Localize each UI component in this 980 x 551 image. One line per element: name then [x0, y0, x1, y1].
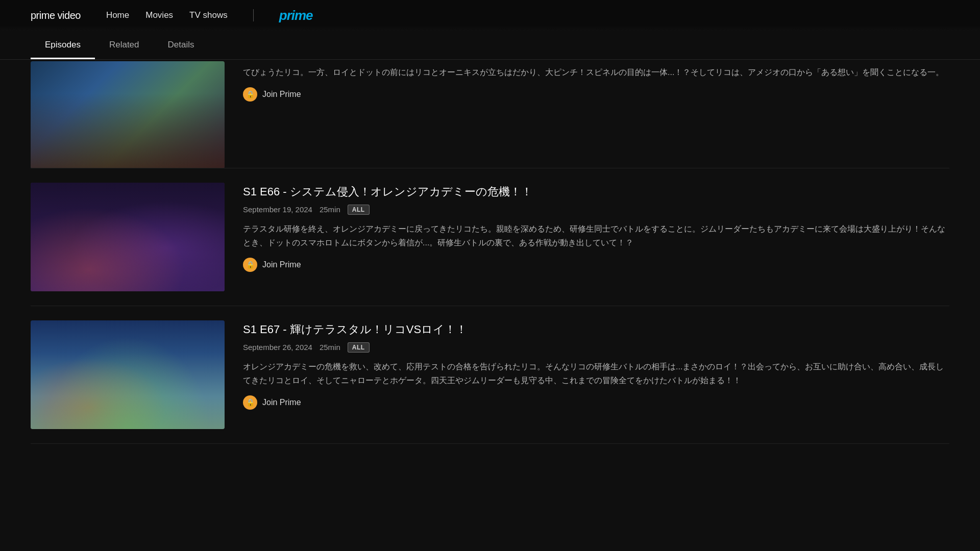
episode-info-e67: S1 E67 - 輝けテラスタル！リコVSロイ！！ September 26, … [243, 320, 949, 410]
episode-description-partial: てびょうたリコ。一方、ロイとドットの前にはリコとオーニキスが立ちはだかり、大ピン… [243, 65, 949, 79]
nav-tv-shows[interactable]: TV shows [189, 10, 228, 20]
tab-related[interactable]: Related [95, 31, 154, 59]
prime-logo: prime [279, 8, 313, 23]
episode-item-e66: S1 E66 - システム侵入！オレンジアカデミーの危機！！ September… [31, 168, 949, 306]
content-area: てびょうたリコ。一方、ロイとドットの前にはリコとオーニキスが立ちはだかり、大ピン… [0, 0, 980, 474]
episode-duration-e66: 25min [320, 205, 340, 214]
header: prime video Home Movies TV shows prime [0, 0, 980, 31]
episode-meta-e66: September 19, 2024 25min ALL [243, 205, 949, 215]
join-prime-row-partial: 🔒 Join Prime [243, 87, 949, 102]
tab-details[interactable]: Details [154, 31, 209, 59]
episode-list: てびょうたリコ。一方、ロイとドットの前にはリコとオーニキスが立ちはだかり、大ピン… [31, 61, 949, 444]
episode-description-e67: オレンジアカデミーの危機を救い、改めて、応用テストの合格を告げられたリコ。そんな… [243, 360, 949, 387]
episode-thumbnail-e66[interactable] [31, 183, 225, 291]
rating-badge-e66: ALL [348, 205, 370, 215]
nav-home[interactable]: Home [106, 10, 129, 20]
episode-item-partial: てびょうたリコ。一方、ロイとドットの前にはリコとオーニキスが立ちはだかり、大ピン… [31, 61, 949, 168]
episode-thumbnail-partial[interactable] [31, 61, 225, 168]
episode-duration-e67: 25min [320, 343, 340, 352]
nav-movies[interactable]: Movies [145, 10, 173, 20]
join-prime-text-e66[interactable]: Join Prime [262, 260, 301, 269]
thumbnail-image-partial [31, 61, 225, 168]
lock-icon-e66: 🔒 [243, 258, 257, 272]
tab-episodes[interactable]: Episodes [31, 31, 95, 59]
nav-separator [253, 9, 254, 21]
episode-thumbnail-e67[interactable] [31, 320, 225, 429]
episode-title-e66: S1 E66 - システム侵入！オレンジアカデミーの危機！！ [243, 185, 949, 199]
episode-item-e67: S1 E67 - 輝けテラスタル！リコVSロイ！！ September 26, … [31, 306, 949, 444]
episode-info-partial: てびょうたリコ。一方、ロイとドットの前にはリコとオーニキスが立ちはだかり、大ピン… [243, 61, 949, 102]
main-nav: Home Movies TV shows [106, 10, 228, 20]
thumbnail-image-e67 [31, 320, 225, 429]
lock-icon-partial: 🔒 [243, 87, 257, 102]
rating-badge-e67: ALL [348, 342, 370, 353]
tabs-bar: Episodes Related Details [0, 31, 980, 60]
episode-description-e66: テラスタル研修を終え、オレンジアカデミーに戻ってきたリコたち。親睦を深めるため、… [243, 222, 949, 249]
logo-text: prime video [31, 10, 81, 21]
logo[interactable]: prime video [31, 10, 81, 21]
join-prime-text-e67[interactable]: Join Prime [262, 398, 301, 407]
join-prime-row-e67: 🔒 Join Prime [243, 395, 949, 410]
join-prime-text-partial[interactable]: Join Prime [262, 90, 301, 99]
episode-date-e66: September 19, 2024 [243, 205, 312, 214]
episode-info-e66: S1 E66 - システム侵入！オレンジアカデミーの危機！！ September… [243, 183, 949, 272]
thumbnail-image-e66 [31, 183, 225, 291]
lock-icon-e67: 🔒 [243, 395, 257, 410]
episode-date-e67: September 26, 2024 [243, 343, 312, 352]
episode-title-e67: S1 E67 - 輝けテラスタル！リコVSロイ！！ [243, 322, 949, 337]
join-prime-row-e66: 🔒 Join Prime [243, 258, 949, 272]
episode-meta-e67: September 26, 2024 25min ALL [243, 342, 949, 353]
